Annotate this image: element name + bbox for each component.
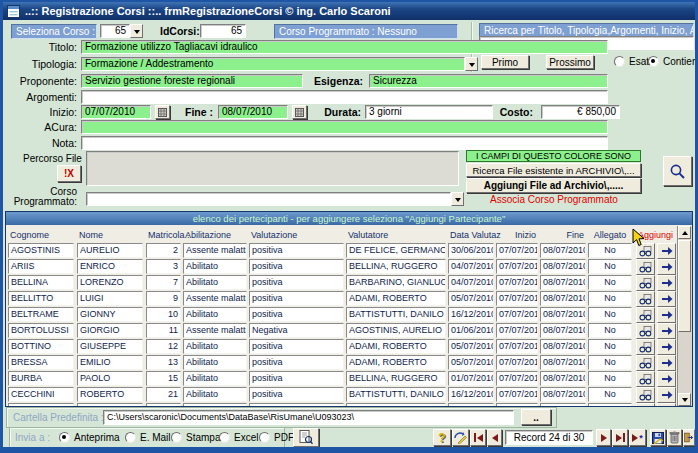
cell-fine[interactable]: 08/07/2010 xyxy=(540,243,586,258)
cell-inizio[interactable]: 07/07/2010 xyxy=(496,387,538,402)
cell-nome[interactable]: ENRICO xyxy=(77,259,143,274)
view-attachment-button[interactable] xyxy=(636,259,655,275)
pdf-option[interactable]: PDF xyxy=(259,432,294,443)
cell-nome[interactable]: LUIGI xyxy=(77,291,143,306)
cell-valutazione[interactable]: Negativa xyxy=(249,323,344,338)
cell-matricola[interactable]: 21 xyxy=(146,387,181,402)
corso-programmato-dropdown[interactable] xyxy=(451,192,464,206)
associa-corso-link[interactable]: Associa Corso Programmato xyxy=(490,194,655,205)
cell-inizio[interactable]: 07/07/2010 xyxy=(496,355,538,370)
cell-matricola[interactable]: 13 xyxy=(146,355,181,370)
cell-abilitazione[interactable]: Abilitato xyxy=(183,275,247,290)
view-attachment-button[interactable] xyxy=(636,291,655,307)
cell-data-valutaz[interactable]: 04/07/2010 xyxy=(448,259,494,274)
view-attachment-button[interactable] xyxy=(636,323,655,339)
cell-nome[interactable]: PAOLO xyxy=(77,371,143,386)
cell-allegato[interactable]: No xyxy=(588,307,632,322)
cell-inizio[interactable]: 07/07/2010 xyxy=(496,307,538,322)
seleziona-corso-dropdown[interactable] xyxy=(130,24,143,38)
cell-inizio[interactable]: 07/07/2010 xyxy=(496,371,538,386)
open-record-button[interactable] xyxy=(657,291,676,307)
cell-fine[interactable]: 08/07/2010 xyxy=(540,355,586,370)
cell-valutazione[interactable]: positiva xyxy=(249,339,344,354)
nota-field[interactable] xyxy=(81,136,608,150)
cell-abilitazione[interactable]: Abilitato xyxy=(183,403,247,406)
cell-nome[interactable]: GIORGIO xyxy=(77,323,143,338)
cell-abilitazione[interactable]: Abilitato xyxy=(183,339,247,354)
cell-valutazione[interactable]: positiva xyxy=(249,259,344,274)
cell-allegato[interactable]: No xyxy=(588,243,632,258)
search-file-button[interactable] xyxy=(663,156,692,186)
stampa-option[interactable]: Stampa xyxy=(171,432,220,443)
primo-button[interactable]: Primo xyxy=(481,55,529,69)
corso-programmato-combo[interactable] xyxy=(86,192,451,206)
costo-field[interactable]: € 850,00 xyxy=(541,105,620,119)
inizio-calendar-button[interactable] xyxy=(155,105,170,119)
cell-fine[interactable]: 08/07/2010 xyxy=(540,387,586,402)
cell-allegato[interactable]: No xyxy=(588,371,632,386)
cell-abilitazione[interactable]: Assente malattia xyxy=(183,323,247,338)
ricerca-file-button[interactable]: Ricerca File esistente in ARCHIVIO\,... xyxy=(466,163,641,177)
email-option[interactable]: E. Mail xyxy=(125,432,171,443)
exit-button[interactable] xyxy=(683,429,695,446)
cell-matricola[interactable]: 24 xyxy=(146,403,181,406)
cell-abilitazione[interactable]: Abilitato xyxy=(183,355,247,370)
scroll-up-button[interactable] xyxy=(678,226,691,239)
cell-matricola[interactable]: 15 xyxy=(146,371,181,386)
cell-valutazione[interactable]: positiva xyxy=(249,355,344,370)
view-attachment-button[interactable] xyxy=(636,387,655,403)
proponente-field[interactable]: Servizio gestione foreste regionali xyxy=(81,74,303,88)
open-record-button[interactable] xyxy=(657,355,676,371)
seleziona-corso-combo[interactable]: 65 xyxy=(100,24,130,38)
view-attachment-button[interactable] xyxy=(636,355,655,371)
cell-valutatore[interactable]: ADAMI, ROBERTO xyxy=(346,355,446,370)
cell-cognome[interactable]: BELLINA xyxy=(8,275,74,290)
open-record-button[interactable] xyxy=(657,259,676,275)
help-button[interactable]: ? xyxy=(433,429,451,446)
save-record-button[interactable] xyxy=(650,429,666,446)
new-record-button[interactable]: * xyxy=(629,429,646,446)
table-scrollbar[interactable] xyxy=(677,226,692,406)
first-record-button[interactable] xyxy=(470,429,486,446)
next-record-button[interactable] xyxy=(596,429,611,446)
cell-matricola[interactable]: 9 xyxy=(146,291,181,306)
cell-nome[interactable]: GIONNY xyxy=(77,307,143,322)
cell-fine[interactable]: 08/07/2010 xyxy=(540,403,586,406)
cell-nome[interactable]: ROBERTO xyxy=(77,387,143,402)
cell-allegato[interactable]: No xyxy=(588,403,632,406)
cell-valutatore[interactable]: BATTISTUTTI, DANILO xyxy=(346,307,446,322)
cell-data-valutaz[interactable]: 01/06/2010 xyxy=(448,323,494,338)
cell-data-valutaz[interactable]: 30/06/2010 xyxy=(448,243,494,258)
previous-record-button[interactable] xyxy=(487,429,502,446)
excel-option[interactable]: Excel xyxy=(219,432,258,443)
tipologia-dropdown[interactable] xyxy=(465,57,478,71)
cell-cognome[interactable]: CECCHINI xyxy=(8,387,74,402)
cell-cognome[interactable]: ARIIS xyxy=(8,259,74,274)
cell-data-valutaz[interactable]: 05/07/2010 xyxy=(448,355,494,370)
cell-inizio[interactable]: 07/07/2010 xyxy=(496,259,538,274)
cell-abilitazione[interactable]: Abilitato xyxy=(183,371,247,386)
cell-cognome[interactable]: BOTTINO xyxy=(8,339,74,354)
cell-fine[interactable]: 08/07/2010 xyxy=(540,275,586,290)
cell-fine[interactable]: 08/07/2010 xyxy=(540,291,586,306)
cell-fine[interactable]: 08/07/2010 xyxy=(540,339,586,354)
cell-inizio[interactable]: 07/07/2010 xyxy=(496,275,538,290)
cell-nome[interactable]: GIUSEPPE xyxy=(77,339,143,354)
durata-field[interactable]: 3 giorni xyxy=(365,105,493,119)
cell-valutatore[interactable]: ADAMI, ROBERTO xyxy=(346,291,446,306)
open-record-button[interactable] xyxy=(657,243,676,259)
cell-valutatore[interactable]: ARIIS, ENRICO xyxy=(346,403,446,406)
cell-matricola[interactable]: 11 xyxy=(146,323,181,338)
cell-valutazione[interactable]: positiva xyxy=(249,403,344,406)
cell-inizio[interactable]: 07/07/2010 xyxy=(496,291,538,306)
cell-cognome[interactable]: BELLITTO xyxy=(8,291,74,306)
view-attachment-button[interactable] xyxy=(636,339,655,355)
cell-valutatore[interactable]: ADAMI, ROBERTO xyxy=(346,339,446,354)
cell-fine[interactable]: 08/07/2010 xyxy=(540,307,586,322)
cell-nome[interactable]: AURELIO xyxy=(77,243,143,258)
cell-data-valutaz[interactable]: 08/12/2010 xyxy=(448,403,494,406)
cell-inizio[interactable]: 07/07/2010 xyxy=(496,243,538,258)
clear-file-button[interactable]: !X xyxy=(57,165,81,182)
cell-valutazione[interactable]: positiva xyxy=(249,371,344,386)
cell-matricola[interactable]: 10 xyxy=(146,307,181,322)
